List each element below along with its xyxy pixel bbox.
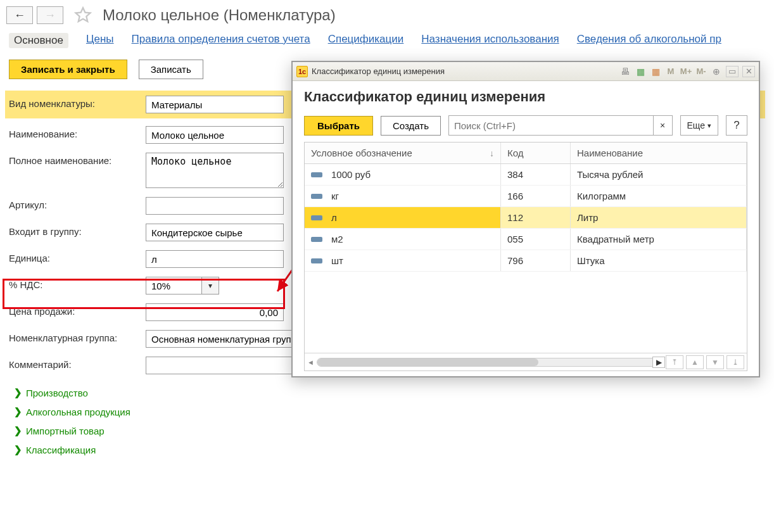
table-row[interactable]: м2 055 Квадратный метр	[305, 229, 747, 250]
col-code[interactable]: Код	[501, 142, 571, 163]
tab-usage[interactable]: Назначения использования	[421, 33, 559, 48]
article-label: Артикул:	[9, 197, 146, 210]
item-icon	[311, 194, 322, 199]
calendar-orange-icon[interactable]: ▦	[650, 66, 661, 77]
nomgroup-label: Номенклатурная группа:	[9, 330, 146, 343]
item-icon	[311, 237, 322, 242]
table-row[interactable]: кг 166 Килограмм	[305, 186, 747, 207]
calendar-green-icon[interactable]: ▦	[635, 66, 646, 77]
type-label: Вид номенклатуры:	[9, 96, 146, 109]
scroll-left-icon[interactable]: ◄	[307, 358, 314, 366]
next-row-button[interactable]: ▼	[706, 355, 724, 369]
print-icon[interactable]: 🖶	[619, 66, 631, 77]
zoom-in-icon[interactable]: ⊕	[711, 66, 722, 77]
page-title: Молоко цельное (Номенклатура)	[103, 6, 336, 24]
fullname-label: Полное наименование:	[9, 153, 146, 166]
save-close-button[interactable]: Записать и закрыть	[9, 60, 127, 79]
group-input[interactable]	[146, 224, 284, 241]
vat-dropdown-button[interactable]: ▾	[201, 277, 219, 294]
forward-button[interactable]: →	[37, 6, 63, 24]
vat-label: % НДС:	[9, 277, 146, 290]
memory-mminus-button[interactable]: M-	[695, 66, 707, 77]
memory-mplus-button[interactable]: M+	[680, 66, 692, 77]
name-label: Наименование:	[9, 126, 146, 139]
col-symbol[interactable]: Условное обозначение ↓	[305, 142, 501, 163]
memory-m-button[interactable]: M	[665, 66, 676, 77]
table-row[interactable]: шт 796 Штука	[305, 250, 747, 272]
unit-classifier-window: 1c Классификатор единиц измерения 🖶 ▦ ▦ …	[291, 61, 760, 377]
tab-prices[interactable]: Цены	[86, 33, 114, 48]
chevron-right-icon: ❯	[14, 444, 22, 455]
item-icon	[311, 258, 322, 263]
select-button[interactable]: Выбрать	[304, 116, 373, 136]
last-row-button[interactable]: ⤓	[726, 355, 744, 369]
chevron-down-icon: ▾	[707, 122, 711, 130]
popup-heading: Классификатор единиц измерения	[304, 89, 747, 105]
tab-alcohol[interactable]: Сведения об алкогольной пр	[577, 33, 721, 48]
table-row[interactable]: 1000 руб 384 Тысяча рублей	[305, 164, 747, 186]
type-input[interactable]	[146, 96, 284, 113]
first-row-button[interactable]: ⤒	[666, 355, 683, 369]
expand-production[interactable]: ❯ Производство	[9, 383, 765, 402]
unit-label: Единица:	[9, 250, 146, 263]
item-icon	[311, 215, 322, 220]
tabbar: Основное Цены Правила определения счетов…	[0, 30, 774, 54]
help-button[interactable]: ?	[726, 115, 747, 136]
chevron-right-icon: ❯	[14, 387, 22, 398]
price-label: Цена продажи:	[9, 303, 146, 317]
unit-table: Условное обозначение ↓ Код Наименование …	[304, 142, 747, 371]
search-input[interactable]	[448, 115, 654, 136]
prev-row-button[interactable]: ▲	[686, 355, 704, 369]
tab-specs[interactable]: Спецификации	[328, 33, 404, 48]
clear-search-button[interactable]: ×	[654, 115, 673, 136]
item-icon	[311, 172, 322, 177]
horizontal-scrollbar[interactable]: ▶	[317, 358, 663, 367]
fullname-input[interactable]: Молоко цельное	[146, 153, 284, 188]
unit-input[interactable]	[146, 250, 284, 268]
app-1c-icon: 1c	[296, 66, 308, 77]
comment-label: Комментарий:	[9, 357, 146, 370]
minimize-button[interactable]: ▭	[726, 66, 739, 77]
article-input[interactable]	[146, 197, 284, 215]
tab-main[interactable]: Основное	[9, 33, 68, 48]
vat-input[interactable]	[146, 277, 201, 294]
tab-accounts[interactable]: Правила определения счетов учета	[132, 33, 310, 48]
close-button[interactable]: ✕	[742, 66, 755, 77]
name-input[interactable]	[146, 126, 284, 144]
save-button[interactable]: Записать	[139, 60, 203, 79]
popup-window-title: Классификатор единиц измерения	[312, 66, 445, 76]
price-input[interactable]	[146, 303, 284, 321]
chevron-right-icon: ❯	[14, 425, 22, 436]
col-name[interactable]: Наименование	[571, 142, 747, 163]
back-button[interactable]: ←	[6, 6, 33, 24]
more-button[interactable]: Еще ▾	[680, 115, 719, 136]
sort-asc-icon: ↓	[490, 148, 494, 158]
create-button[interactable]: Создать	[381, 116, 441, 136]
expand-classification[interactable]: ❯ Классификация	[9, 440, 765, 459]
favorite-star-icon[interactable]	[67, 3, 99, 28]
group-label: Входит в группу:	[9, 224, 146, 237]
chevron-right-icon: ❯	[14, 406, 22, 417]
scroll-right-icon[interactable]: ▶	[652, 357, 665, 368]
expand-alcohol[interactable]: ❯ Алкогольная продукция	[9, 402, 765, 421]
expand-import[interactable]: ❯ Импортный товар	[9, 421, 765, 440]
table-row-selected[interactable]: л 112 Литр	[305, 207, 747, 229]
